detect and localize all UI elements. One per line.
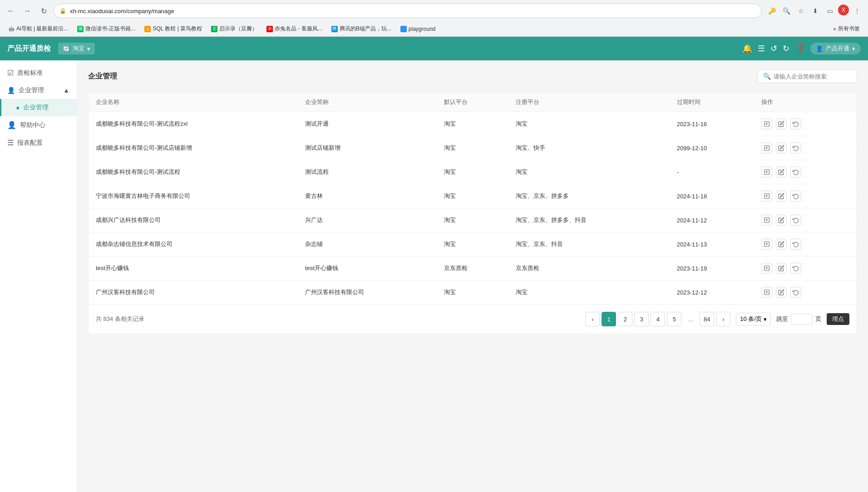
cell-register-platform: 淘宝、京东、拼多多 bbox=[508, 184, 670, 208]
sync-icon[interactable]: ↻ bbox=[783, 44, 789, 54]
edit-button[interactable] bbox=[776, 191, 787, 202]
download-icon[interactable]: ⬇ bbox=[809, 5, 822, 17]
reset-button[interactable] bbox=[790, 239, 801, 250]
user-avatar-icon: 👤 bbox=[816, 45, 823, 52]
search-box[interactable]: 🔍 bbox=[757, 69, 857, 83]
reload-button[interactable]: ↻ bbox=[37, 5, 50, 17]
reset-button[interactable] bbox=[790, 287, 801, 298]
edit-button[interactable] bbox=[776, 239, 787, 250]
reset-button[interactable] bbox=[790, 143, 801, 153]
page-3-button[interactable]: 3 bbox=[634, 312, 649, 326]
bookmark-ai[interactable]: 🤖 Ai导航 | 最新最前沿... bbox=[5, 24, 72, 34]
menu-icon[interactable]: ⋮ bbox=[851, 5, 863, 17]
view-detail-button[interactable] bbox=[761, 287, 772, 298]
page-2-button[interactable]: 2 bbox=[618, 312, 632, 326]
cell-expire-time: 2023-12-12 bbox=[670, 280, 754, 305]
company-group-chevron-icon: ▲ bbox=[63, 87, 69, 94]
sidebar-item-quality-standard[interactable]: ☑ 质检标准 bbox=[0, 64, 77, 82]
view-detail-button[interactable] bbox=[761, 191, 772, 202]
bookmark-tencent[interactable]: 腾 腾讯的B端产品，玩... bbox=[328, 24, 395, 34]
bookmark-chitu[interactable]: 赤 赤兔名品 - 客服风... bbox=[263, 24, 326, 34]
sidebar-group-company-header[interactable]: 👤 企业管理 ▲ bbox=[0, 82, 77, 99]
jump-to-label: 跳至 bbox=[776, 315, 788, 323]
per-page-select[interactable]: 10 条/页 ▾ bbox=[736, 313, 771, 325]
reset-button[interactable] bbox=[790, 118, 801, 129]
view-detail-button[interactable] bbox=[761, 143, 772, 153]
help-center-icon: 👤 bbox=[7, 121, 16, 129]
sidebar-item-company-management[interactable]: ● 企业管理 bbox=[0, 99, 77, 116]
edit-button[interactable] bbox=[776, 143, 787, 153]
bookmark-chitu-icon: 赤 bbox=[266, 26, 273, 32]
bookmark-playground[interactable]: 🌐 playground bbox=[397, 25, 439, 34]
bookmark-wechat[interactable]: 微 微信读书-正版书籍... bbox=[74, 24, 139, 34]
forward-button[interactable]: → bbox=[21, 5, 34, 17]
cell-company-short: 兴广达 bbox=[298, 208, 437, 232]
page-5-button[interactable]: 5 bbox=[667, 312, 681, 326]
edit-button[interactable] bbox=[776, 287, 787, 298]
reset-button[interactable] bbox=[790, 191, 801, 202]
app-title: 产品开通质检 bbox=[7, 44, 51, 54]
sidebar-item-report-config[interactable]: ☰ 报表配置 bbox=[0, 134, 77, 152]
search-input[interactable] bbox=[774, 73, 851, 80]
help-icon[interactable]: ❓ bbox=[795, 44, 805, 54]
zoom-icon[interactable]: 🔍 bbox=[780, 5, 793, 17]
reset-button[interactable] bbox=[790, 263, 801, 274]
next-page-button[interactable]: › bbox=[716, 312, 730, 326]
list-icon[interactable]: ☰ bbox=[758, 44, 765, 54]
jump-to-input[interactable] bbox=[791, 314, 813, 325]
col-actions: 操作 bbox=[754, 93, 857, 112]
view-detail-button[interactable] bbox=[761, 263, 772, 274]
bookmark-qishilu-label: 启示录（豆瓣） bbox=[219, 25, 257, 33]
reset-button[interactable] bbox=[790, 167, 801, 177]
cell-company-short: 黄古林 bbox=[298, 184, 437, 208]
sidebar-item-help-center[interactable]: 👤 帮助中心 bbox=[0, 116, 77, 134]
bookmark-sql[interactable]: S SQL 教程 | 菜鸟教程 bbox=[141, 24, 206, 34]
view-detail-button[interactable] bbox=[761, 118, 772, 129]
bookmark-star-icon[interactable]: ☆ bbox=[794, 5, 807, 17]
cell-company-name: 成都晓多科技有限公司-测试流程zxl bbox=[89, 112, 298, 136]
bell-icon[interactable]: 🔔 bbox=[742, 44, 752, 54]
confirm-jump-button[interactable]: 埋点 bbox=[827, 313, 849, 325]
edit-button[interactable] bbox=[776, 167, 787, 177]
password-icon[interactable]: 🔑 bbox=[765, 5, 778, 17]
page-4-button[interactable]: 4 bbox=[651, 312, 665, 326]
cell-register-platform: 淘宝、京东、拼多多、抖音 bbox=[508, 208, 670, 232]
page-1-button[interactable]: 1 bbox=[602, 312, 616, 326]
user-chevron-icon: ▾ bbox=[852, 45, 855, 52]
sidebar: ☑ 质检标准 👤 企业管理 ▲ ● 企业管理 bbox=[0, 60, 77, 492]
back-button[interactable]: ← bbox=[5, 5, 17, 17]
cell-company-short: 广州汉客科技有限公司 bbox=[298, 280, 437, 305]
cell-expire-time: 2024-11-13 bbox=[670, 232, 754, 256]
page-title: 企业管理 bbox=[88, 72, 117, 81]
prev-page-button[interactable]: ‹ bbox=[585, 312, 600, 326]
edit-button[interactable] bbox=[776, 118, 787, 129]
reset-button[interactable] bbox=[790, 215, 801, 226]
quality-standard-label: 质检标准 bbox=[17, 69, 43, 77]
refresh-cw-icon[interactable]: ↺ bbox=[770, 44, 777, 54]
cell-default-platform: 淘宝 bbox=[437, 280, 508, 305]
platform-selector[interactable]: 🔄 淘宝 ▾ bbox=[58, 43, 95, 54]
view-detail-button[interactable] bbox=[761, 167, 772, 177]
view-detail-button[interactable] bbox=[761, 215, 772, 226]
bookmark-wechat-label: 微信读书-正版书籍... bbox=[85, 25, 135, 33]
bookmark-qishilu[interactable]: 启 启示录（豆瓣） bbox=[207, 24, 261, 34]
user-button[interactable]: 👤 产品开通 ▾ bbox=[810, 43, 861, 54]
address-bar[interactable]: 🔒 xh-mc.xiaoduoai.com/company/manage bbox=[54, 4, 762, 18]
edit-button[interactable] bbox=[776, 263, 787, 274]
app-container: 产品开通质检 🔄 淘宝 ▾ 🔔 ☰ ↺ ↻ ❓ 👤 产品开通 ▾ ☑ 质检标准 bbox=[0, 37, 868, 492]
platform-label: 淘宝 bbox=[73, 44, 84, 53]
cell-register-platform: 淘宝 bbox=[508, 160, 670, 184]
edit-button[interactable] bbox=[776, 215, 787, 226]
sidebar-toggle-icon[interactable]: ▭ bbox=[824, 5, 836, 17]
app-header: 产品开通质检 🔄 淘宝 ▾ 🔔 ☰ ↺ ↻ ❓ 👤 产品开通 ▾ bbox=[0, 37, 868, 60]
cell-company-name: 成都兴广达科技有限公司 bbox=[89, 208, 298, 232]
view-detail-button[interactable] bbox=[761, 239, 772, 250]
more-bookmarks-button[interactable]: » 所有书签 bbox=[829, 24, 863, 34]
profile-icon[interactable]: X bbox=[838, 5, 849, 15]
cell-default-platform: 淘宝 bbox=[437, 184, 508, 208]
cell-company-name: 宁波市海曙黄古林电子商务有限公司 bbox=[89, 184, 298, 208]
cell-register-platform: 淘宝、快手 bbox=[508, 136, 670, 160]
page-last-button[interactable]: 84 bbox=[700, 312, 714, 326]
main-wrapper: ☑ 质检标准 👤 企业管理 ▲ ● 企业管理 bbox=[0, 60, 868, 492]
browser-toolbar: ← → ↻ 🔒 xh-mc.xiaoduoai.com/company/mana… bbox=[0, 0, 868, 22]
